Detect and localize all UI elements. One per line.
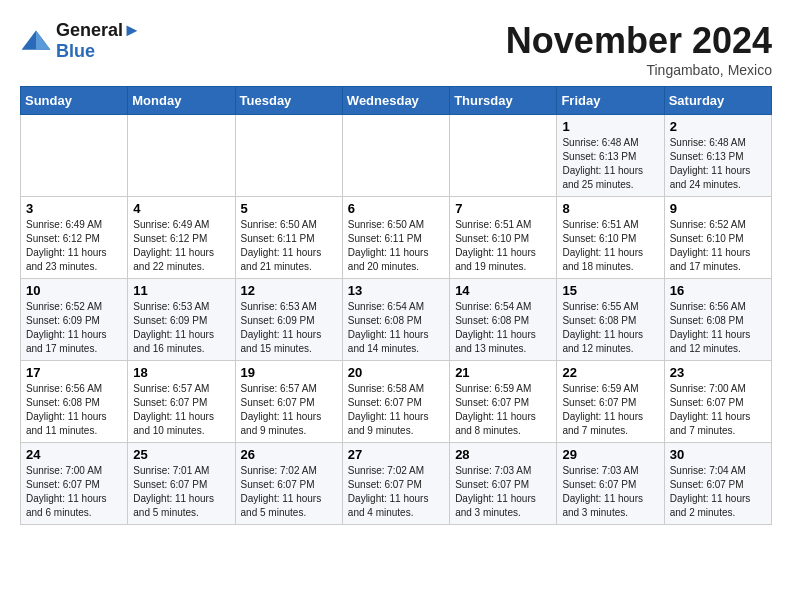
weekday-header-thursday: Thursday: [450, 87, 557, 115]
calendar-cell: 9Sunrise: 6:52 AM Sunset: 6:10 PM Daylig…: [664, 197, 771, 279]
calendar-cell: 17Sunrise: 6:56 AM Sunset: 6:08 PM Dayli…: [21, 361, 128, 443]
calendar-cell: 18Sunrise: 6:57 AM Sunset: 6:07 PM Dayli…: [128, 361, 235, 443]
calendar-cell: 2Sunrise: 6:48 AM Sunset: 6:13 PM Daylig…: [664, 115, 771, 197]
day-info: Sunrise: 7:04 AM Sunset: 6:07 PM Dayligh…: [670, 464, 766, 520]
calendar-cell: 19Sunrise: 6:57 AM Sunset: 6:07 PM Dayli…: [235, 361, 342, 443]
calendar-cell: 6Sunrise: 6:50 AM Sunset: 6:11 PM Daylig…: [342, 197, 449, 279]
day-info: Sunrise: 6:52 AM Sunset: 6:09 PM Dayligh…: [26, 300, 122, 356]
calendar-cell: 1Sunrise: 6:48 AM Sunset: 6:13 PM Daylig…: [557, 115, 664, 197]
logo-icon: [20, 27, 52, 55]
calendar-cell: 16Sunrise: 6:56 AM Sunset: 6:08 PM Dayli…: [664, 279, 771, 361]
calendar-cell: 5Sunrise: 6:50 AM Sunset: 6:11 PM Daylig…: [235, 197, 342, 279]
day-number: 21: [455, 365, 551, 380]
calendar-cell: 22Sunrise: 6:59 AM Sunset: 6:07 PM Dayli…: [557, 361, 664, 443]
day-number: 20: [348, 365, 444, 380]
page-header: General► Blue November 2024 Tingambato, …: [20, 20, 772, 78]
day-info: Sunrise: 7:03 AM Sunset: 6:07 PM Dayligh…: [562, 464, 658, 520]
calendar-cell: [21, 115, 128, 197]
weekday-header-friday: Friday: [557, 87, 664, 115]
day-info: Sunrise: 6:48 AM Sunset: 6:13 PM Dayligh…: [670, 136, 766, 192]
calendar-cell: 24Sunrise: 7:00 AM Sunset: 6:07 PM Dayli…: [21, 443, 128, 525]
calendar-cell: 26Sunrise: 7:02 AM Sunset: 6:07 PM Dayli…: [235, 443, 342, 525]
day-number: 18: [133, 365, 229, 380]
day-number: 14: [455, 283, 551, 298]
calendar-cell: [342, 115, 449, 197]
day-number: 24: [26, 447, 122, 462]
calendar-cell: 10Sunrise: 6:52 AM Sunset: 6:09 PM Dayli…: [21, 279, 128, 361]
day-number: 4: [133, 201, 229, 216]
day-info: Sunrise: 7:03 AM Sunset: 6:07 PM Dayligh…: [455, 464, 551, 520]
day-info: Sunrise: 7:01 AM Sunset: 6:07 PM Dayligh…: [133, 464, 229, 520]
title-area: November 2024 Tingambato, Mexico: [506, 20, 772, 78]
day-number: 1: [562, 119, 658, 134]
day-info: Sunrise: 6:52 AM Sunset: 6:10 PM Dayligh…: [670, 218, 766, 274]
calendar-cell: 23Sunrise: 7:00 AM Sunset: 6:07 PM Dayli…: [664, 361, 771, 443]
calendar-cell: 21Sunrise: 6:59 AM Sunset: 6:07 PM Dayli…: [450, 361, 557, 443]
day-number: 6: [348, 201, 444, 216]
day-info: Sunrise: 6:51 AM Sunset: 6:10 PM Dayligh…: [562, 218, 658, 274]
location-subtitle: Tingambato, Mexico: [506, 62, 772, 78]
day-number: 26: [241, 447, 337, 462]
weekday-header-wednesday: Wednesday: [342, 87, 449, 115]
weekday-header-tuesday: Tuesday: [235, 87, 342, 115]
day-number: 15: [562, 283, 658, 298]
day-number: 2: [670, 119, 766, 134]
day-number: 19: [241, 365, 337, 380]
day-info: Sunrise: 6:55 AM Sunset: 6:08 PM Dayligh…: [562, 300, 658, 356]
day-info: Sunrise: 6:49 AM Sunset: 6:12 PM Dayligh…: [133, 218, 229, 274]
day-info: Sunrise: 6:59 AM Sunset: 6:07 PM Dayligh…: [562, 382, 658, 438]
day-info: Sunrise: 6:53 AM Sunset: 6:09 PM Dayligh…: [241, 300, 337, 356]
day-number: 16: [670, 283, 766, 298]
day-info: Sunrise: 7:00 AM Sunset: 6:07 PM Dayligh…: [26, 464, 122, 520]
calendar-table: SundayMondayTuesdayWednesdayThursdayFrid…: [20, 86, 772, 525]
day-info: Sunrise: 7:02 AM Sunset: 6:07 PM Dayligh…: [348, 464, 444, 520]
day-number: 11: [133, 283, 229, 298]
day-number: 22: [562, 365, 658, 380]
logo-text: General► Blue: [56, 20, 141, 62]
day-number: 10: [26, 283, 122, 298]
calendar-cell: 15Sunrise: 6:55 AM Sunset: 6:08 PM Dayli…: [557, 279, 664, 361]
calendar-cell: 7Sunrise: 6:51 AM Sunset: 6:10 PM Daylig…: [450, 197, 557, 279]
day-number: 7: [455, 201, 551, 216]
calendar-cell: 28Sunrise: 7:03 AM Sunset: 6:07 PM Dayli…: [450, 443, 557, 525]
day-info: Sunrise: 6:50 AM Sunset: 6:11 PM Dayligh…: [348, 218, 444, 274]
weekday-header-sunday: Sunday: [21, 87, 128, 115]
day-number: 5: [241, 201, 337, 216]
day-info: Sunrise: 6:49 AM Sunset: 6:12 PM Dayligh…: [26, 218, 122, 274]
day-number: 12: [241, 283, 337, 298]
day-number: 30: [670, 447, 766, 462]
day-info: Sunrise: 6:59 AM Sunset: 6:07 PM Dayligh…: [455, 382, 551, 438]
day-info: Sunrise: 6:51 AM Sunset: 6:10 PM Dayligh…: [455, 218, 551, 274]
day-number: 3: [26, 201, 122, 216]
day-info: Sunrise: 6:57 AM Sunset: 6:07 PM Dayligh…: [133, 382, 229, 438]
calendar-cell: [450, 115, 557, 197]
calendar-cell: 11Sunrise: 6:53 AM Sunset: 6:09 PM Dayli…: [128, 279, 235, 361]
day-number: 8: [562, 201, 658, 216]
day-number: 17: [26, 365, 122, 380]
day-info: Sunrise: 6:54 AM Sunset: 6:08 PM Dayligh…: [348, 300, 444, 356]
calendar-cell: 25Sunrise: 7:01 AM Sunset: 6:07 PM Dayli…: [128, 443, 235, 525]
day-info: Sunrise: 6:57 AM Sunset: 6:07 PM Dayligh…: [241, 382, 337, 438]
day-number: 27: [348, 447, 444, 462]
day-number: 9: [670, 201, 766, 216]
day-info: Sunrise: 7:02 AM Sunset: 6:07 PM Dayligh…: [241, 464, 337, 520]
day-number: 25: [133, 447, 229, 462]
calendar-cell: [235, 115, 342, 197]
day-info: Sunrise: 7:00 AM Sunset: 6:07 PM Dayligh…: [670, 382, 766, 438]
calendar-cell: 8Sunrise: 6:51 AM Sunset: 6:10 PM Daylig…: [557, 197, 664, 279]
calendar-cell: 30Sunrise: 7:04 AM Sunset: 6:07 PM Dayli…: [664, 443, 771, 525]
day-number: 29: [562, 447, 658, 462]
day-info: Sunrise: 6:56 AM Sunset: 6:08 PM Dayligh…: [26, 382, 122, 438]
day-number: 13: [348, 283, 444, 298]
day-info: Sunrise: 6:50 AM Sunset: 6:11 PM Dayligh…: [241, 218, 337, 274]
day-info: Sunrise: 6:53 AM Sunset: 6:09 PM Dayligh…: [133, 300, 229, 356]
day-info: Sunrise: 6:48 AM Sunset: 6:13 PM Dayligh…: [562, 136, 658, 192]
calendar-cell: 3Sunrise: 6:49 AM Sunset: 6:12 PM Daylig…: [21, 197, 128, 279]
weekday-header-saturday: Saturday: [664, 87, 771, 115]
calendar-cell: 12Sunrise: 6:53 AM Sunset: 6:09 PM Dayli…: [235, 279, 342, 361]
calendar-cell: 4Sunrise: 6:49 AM Sunset: 6:12 PM Daylig…: [128, 197, 235, 279]
calendar-cell: 14Sunrise: 6:54 AM Sunset: 6:08 PM Dayli…: [450, 279, 557, 361]
day-info: Sunrise: 6:54 AM Sunset: 6:08 PM Dayligh…: [455, 300, 551, 356]
day-number: 23: [670, 365, 766, 380]
weekday-header-monday: Monday: [128, 87, 235, 115]
